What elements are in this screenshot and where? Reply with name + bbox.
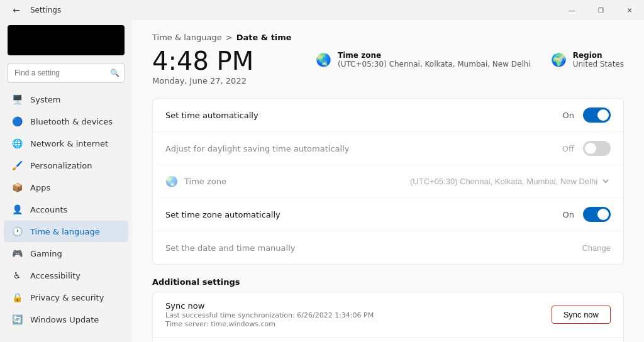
additional-settings-title: Additional settings xyxy=(152,267,624,292)
close-button[interactable]: ✕ xyxy=(615,0,644,20)
timezone-row: 🌏 Time zone (UTC+05:30) Chennai, Kolkata… xyxy=(153,165,623,198)
page-header: 4:48 PM Monday, June 27, 2022 🌏 Time zon… xyxy=(152,47,624,86)
toggle-thumb xyxy=(597,109,609,121)
sidebar-item-gaming[interactable]: 🎮 Gaming xyxy=(4,243,128,264)
timezone-row-value: (UTC+05:30) Chennai, Kolkata, Mumbai, Ne… xyxy=(408,176,611,187)
region-text: Region United States xyxy=(573,51,624,69)
nav-label-gaming: Gaming xyxy=(30,249,62,258)
set-timezone-auto-state: On xyxy=(563,210,574,219)
sidebar-item-network[interactable]: 🌐 Network & internet xyxy=(4,133,128,154)
nav-label-time: Time & language xyxy=(30,227,100,236)
timezone-region-block: 🌏 Time zone (UTC+05:30) Chennai, Kolkata… xyxy=(316,51,624,69)
titlebar-title: Settings xyxy=(30,6,61,14)
timezone-select[interactable]: (UTC+05:30) Chennai, Kolkata, Mumbai, Ne… xyxy=(408,176,611,187)
timezone-info: 🌏 Time zone (UTC+05:30) Chennai, Kolkata… xyxy=(316,51,531,69)
daylight-saving-state: Off xyxy=(562,144,574,153)
set-timezone-auto-value: On xyxy=(563,207,611,222)
nav-label-apps: Apps xyxy=(30,183,50,192)
sidebar-item-system[interactable]: 🖥️ System xyxy=(4,89,128,110)
sidebar-item-apps[interactable]: 📦 Apps xyxy=(4,177,128,198)
nav-icon-accessibility: ♿ xyxy=(11,270,23,281)
back-button[interactable]: ← xyxy=(8,1,25,19)
calendar-row: Show additional calendars in the taskbar… xyxy=(153,338,623,342)
sync-row: Sync now Last successful time synchroniz… xyxy=(153,292,623,338)
timezone-text: Time zone (UTC+05:30) Chennai, Kolkata, … xyxy=(338,51,531,69)
sidebar-item-accessibility[interactable]: ♿ Accessibility xyxy=(4,265,128,286)
nav-icon-apps: 📦 xyxy=(11,182,23,193)
nav-label-personalization: Personalization xyxy=(30,161,92,170)
search-icon: 🔍 xyxy=(110,69,119,77)
sync-card: Sync now Last successful time synchroniz… xyxy=(152,292,624,342)
timezone-row-icon: 🌏 xyxy=(165,175,178,187)
set-date-manually-value: Change xyxy=(582,243,611,253)
nav-label-privacy: Privacy & security xyxy=(30,293,104,302)
timezone-label: Time zone xyxy=(338,51,531,60)
app-body: 🔍 🖥️ System 🔵 Bluetooth & devices 🌐 Netw… xyxy=(0,20,644,342)
change-button[interactable]: Change xyxy=(582,243,611,253)
toggle-thumb-3 xyxy=(597,209,609,220)
nav-label-windows-update: Windows Update xyxy=(30,315,99,324)
sync-server: Time server: time.windows.com xyxy=(165,320,374,328)
set-time-auto-label: Set time automatically xyxy=(165,111,258,120)
set-timezone-auto-row: Set time zone automatically On xyxy=(153,198,623,231)
sidebar-item-windows-update[interactable]: 🔄 Windows Update xyxy=(4,309,128,330)
region-icon: 🌍 xyxy=(551,52,567,67)
set-time-auto-value: On xyxy=(563,108,611,123)
daylight-saving-toggle[interactable] xyxy=(583,141,611,156)
time-date-block: 4:48 PM Monday, June 27, 2022 xyxy=(152,47,253,86)
daylight-saving-label: Adjust for daylight saving time automati… xyxy=(165,144,349,153)
set-timezone-auto-toggle[interactable] xyxy=(583,207,611,222)
nav-icon-personalization: 🖌️ xyxy=(11,160,23,171)
nav-label-accounts: Accounts xyxy=(30,205,67,214)
search-input[interactable] xyxy=(8,63,125,83)
sync-last-sync: Last successful time synchronization: 6/… xyxy=(165,311,374,319)
nav-icon-bluetooth: 🔵 xyxy=(11,116,23,127)
set-time-auto-state: On xyxy=(563,111,574,120)
nav-icon-privacy: 🔒 xyxy=(11,292,23,303)
titlebar: ← Settings — ❐ ✕ xyxy=(0,0,644,20)
breadcrumb-current: Date & time xyxy=(236,33,292,42)
titlebar-controls: — ❐ ✕ xyxy=(557,0,644,20)
restore-button[interactable]: ❐ xyxy=(586,0,615,20)
timezone-value: (UTC+05:30) Chennai, Kolkata, Mumbai, Ne… xyxy=(338,60,531,69)
timezone-row-label: 🌏 Time zone xyxy=(165,175,226,187)
nav-label-bluetooth: Bluetooth & devices xyxy=(30,117,113,126)
breadcrumb: Time & language > Date & time xyxy=(152,33,624,42)
sidebar-nav: 🖥️ System 🔵 Bluetooth & devices 🌐 Networ… xyxy=(0,88,132,337)
nav-label-system: System xyxy=(30,95,60,104)
timezone-icon: 🌏 xyxy=(316,52,331,67)
nav-label-accessibility: Accessibility xyxy=(30,271,80,280)
content-area: Time & language > Date & time 4:48 PM Mo… xyxy=(132,20,644,342)
region-value: United States xyxy=(573,60,624,69)
set-time-auto-toggle[interactable] xyxy=(583,108,611,123)
nav-label-network: Network & internet xyxy=(30,139,108,148)
set-date-manually-label: Set the date and time manually xyxy=(165,243,295,253)
user-avatar-block xyxy=(8,25,125,55)
toggle-thumb-2 xyxy=(585,143,596,154)
breadcrumb-parent: Time & language xyxy=(152,33,222,42)
main-settings-card: Set time automatically On Adjust for day… xyxy=(152,98,624,265)
sidebar-item-personalization[interactable]: 🖌️ Personalization xyxy=(4,155,128,176)
sidebar-item-privacy[interactable]: 🔒 Privacy & security xyxy=(4,287,128,308)
sidebar-item-bluetooth[interactable]: 🔵 Bluetooth & devices xyxy=(4,111,128,132)
current-time: 4:48 PM xyxy=(152,47,253,75)
set-timezone-auto-label: Set time zone automatically xyxy=(165,210,280,219)
region-label: Region xyxy=(573,51,624,60)
sync-info: Sync now Last successful time synchroniz… xyxy=(165,301,374,328)
sidebar: 🔍 🖥️ System 🔵 Bluetooth & devices 🌐 Netw… xyxy=(0,20,132,342)
sidebar-item-time[interactable]: 🕐 Time & language xyxy=(4,221,128,242)
sync-now-button[interactable]: Sync now xyxy=(552,306,611,324)
sync-title: Sync now xyxy=(165,301,374,311)
nav-icon-time: 🕐 xyxy=(11,226,23,237)
breadcrumb-separator: > xyxy=(226,33,233,42)
nav-icon-network: 🌐 xyxy=(11,138,23,149)
region-info: 🌍 Region United States xyxy=(551,51,624,69)
current-date: Monday, June 27, 2022 xyxy=(152,76,253,86)
nav-icon-gaming: 🎮 xyxy=(11,248,23,259)
nav-icon-accounts: 👤 xyxy=(11,204,23,215)
titlebar-left: ← Settings xyxy=(8,1,61,19)
sidebar-search-container: 🔍 xyxy=(8,63,125,83)
minimize-button[interactable]: — xyxy=(557,0,586,20)
nav-icon-system: 🖥️ xyxy=(11,94,23,105)
sidebar-item-accounts[interactable]: 👤 Accounts xyxy=(4,199,128,220)
